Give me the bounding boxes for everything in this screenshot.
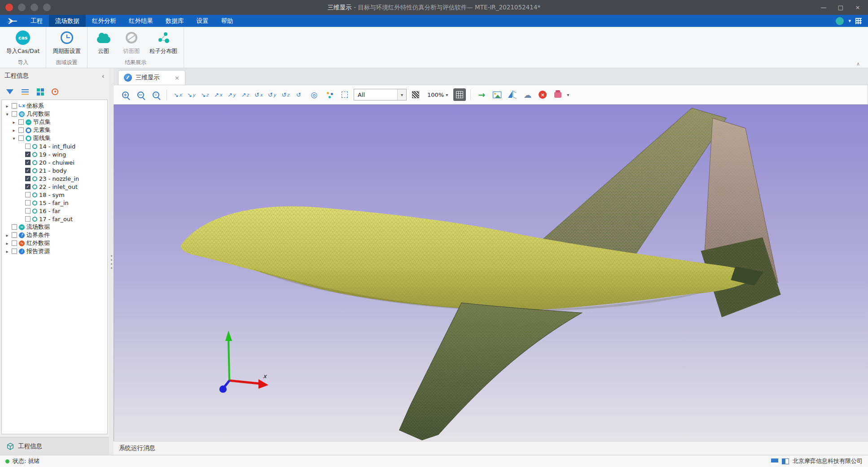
view-z-minus-button[interactable]: ↘ z [198,88,211,101]
tree-expander[interactable]: ▸ [11,120,17,125]
statusbar-panel-icon[interactable] [771,458,778,464]
rotate-x-view-button[interactable]: ↺ x [252,88,265,101]
menubar-caret-icon[interactable]: ▾ [848,18,851,24]
tree-row[interactable]: ▸ 坐标系 [2,102,107,110]
tree-row[interactable]: ▸ 红外数据 [2,239,107,247]
quick-button-2[interactable] [31,4,38,11]
tree-checkbox[interactable] [25,176,31,181]
particle-view-button[interactable] [323,88,336,101]
rotate-free-button[interactable]: ↺ [293,88,305,101]
quick-button-3[interactable] [43,4,51,11]
tree-checkbox[interactable] [18,135,24,141]
view-y-minus-button[interactable]: ↘ y [185,88,197,101]
tree-row[interactable]: 16 - far [2,207,107,215]
view-z-plus-button[interactable]: ↗ z [239,88,251,101]
tree-row[interactable]: 18 - sym [2,191,107,199]
tree-row[interactable]: 20 - chuiwei [2,158,107,166]
grid-toggle-button[interactable] [453,88,466,101]
tree-checkbox[interactable] [12,111,17,117]
tree-expander[interactable]: ▸ [4,233,10,238]
tab-3d-display[interactable]: 三维显示 × [118,70,185,85]
menu-item-3[interactable]: 红外结果 [123,15,159,27]
box-select-button[interactable] [338,88,351,101]
stamp-button[interactable] [552,88,564,101]
tree-expander[interactable]: ▸ [11,128,17,133]
locate-target-icon[interactable] [52,88,58,95]
cloud-annotation-button[interactable]: ☁ [521,88,534,101]
tree-expander[interactable]: ▾ [11,136,17,141]
tree-checkbox[interactable] [12,232,17,238]
locate-origin-button[interactable]: ◎ [308,88,320,101]
tree-checkbox[interactable] [25,192,31,197]
tree-row[interactable]: 23 - nozzle_in [2,175,107,183]
view-x-plus-button[interactable]: ↗ x [212,88,224,101]
tree-row[interactable]: ▾ 面线集 [2,134,107,142]
periodic-face-settings-button[interactable]: 周期面设置 [53,30,81,55]
viewport-3d[interactable]: x [114,105,868,441]
component-grid-icon[interactable] [37,88,40,92]
view-y-plus-button[interactable]: ↗ y [225,88,238,101]
rotate-z-view-button[interactable]: ↺ z [279,88,292,101]
close-button[interactable]: × [849,0,866,15]
tree-checkbox[interactable] [12,240,17,246]
cancel-button[interactable]: × [536,88,549,101]
tree-row[interactable]: 流场数据 [2,223,107,231]
tree-row[interactable]: 22 - inlet_out [2,183,107,191]
statusbar-layout-icon[interactable] [782,458,789,464]
mirror-button[interactable] [506,88,518,101]
menu-item-5[interactable]: 设置 [190,15,215,27]
tree-checkbox[interactable] [12,224,17,230]
tab-close-icon[interactable]: × [175,74,180,81]
panel-splitter[interactable] [109,68,114,455]
tree-row[interactable]: ▸ 元素集 [2,126,107,134]
display-filter-combobox[interactable]: All ▾ [354,89,407,100]
splitter-handle[interactable] [111,254,112,269]
tree-checkbox[interactable] [18,127,24,133]
zoom-level-dropdown[interactable]: 100% ▾ [425,92,451,98]
filter-icon[interactable] [6,89,13,94]
combo-dropdown-icon[interactable]: ▾ [397,89,406,100]
tree-row[interactable]: ▸ 边界条件 [2,231,107,239]
zoom-out-button[interactable] [134,88,147,101]
tree-row[interactable]: 14 - int_fluid [2,142,107,150]
list-view-icon[interactable] [22,89,29,90]
layout-grid-icon[interactable] [855,18,862,24]
tree-expander[interactable]: ▸ [4,241,10,246]
tree-expander[interactable]: ▸ [4,104,10,109]
import-cas-dat-button[interactable]: cas 导入Cas/Dat [6,30,39,55]
capture-image-button[interactable] [491,88,503,101]
app-menu-button[interactable] [5,4,13,11]
tree-expander[interactable]: ▾ [4,112,10,117]
view-x-minus-button[interactable]: ↘ x [171,88,184,101]
tree-checkbox[interactable] [25,168,31,173]
stamp-caret-icon[interactable]: ▾ [567,92,569,97]
tree-row[interactable]: ▸ 节点集 [2,118,107,126]
menu-item-2[interactable]: 红外分析 [86,15,123,27]
tree-checkbox[interactable] [25,200,31,205]
tree-checkbox[interactable] [25,144,31,149]
tree-row[interactable]: ▾ 几何数据 [2,110,107,118]
tree-row[interactable]: 19 - wing [2,150,107,158]
tree-row[interactable]: 21 - body [2,166,107,175]
tree-checkbox[interactable] [12,249,17,254]
maximize-button[interactable]: □ [832,0,849,15]
tree-expander[interactable]: ▸ [4,249,10,254]
zoom-in-button[interactable] [119,88,132,101]
tree-checkbox[interactable] [25,216,31,222]
tree-row[interactable]: 15 - far_in [2,199,107,207]
menu-item-0[interactable]: 工程 [24,15,49,27]
tree-row[interactable]: ▸ 报告资源 [2,247,107,255]
tree-checkbox[interactable] [25,160,31,165]
contour-map-button[interactable]: 云图 [94,30,114,55]
quick-button-1[interactable] [18,4,26,11]
tree-checkbox[interactable] [25,152,31,157]
tree-checkbox[interactable] [12,103,17,109]
zoom-fit-button[interactable] [149,88,162,101]
minimize-button[interactable]: — [815,0,832,15]
tree-checkbox[interactable] [25,184,31,189]
hatch-display-button[interactable] [409,88,422,101]
tree-checkbox[interactable] [25,208,31,214]
tree-checkbox[interactable] [18,119,24,125]
menu-item-1[interactable]: 流场数据 [49,15,86,27]
rotate-y-view-button[interactable]: ↺ y [266,88,278,101]
